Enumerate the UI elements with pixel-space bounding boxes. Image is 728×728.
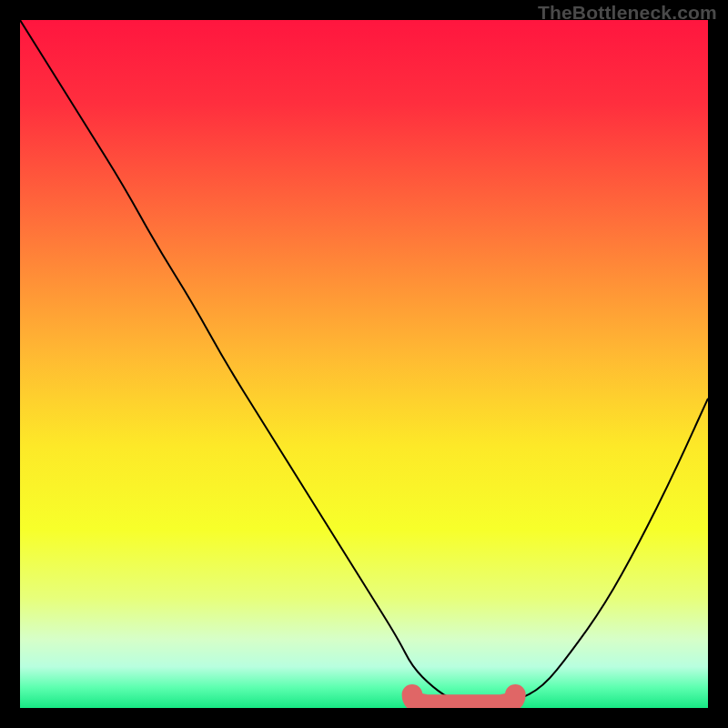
watermark-label: TheBottleneck.com xyxy=(538,2,717,24)
optimal-range-marker xyxy=(412,694,515,704)
chart-frame: TheBottleneck.com xyxy=(0,0,728,728)
gradient-background xyxy=(20,20,708,708)
bottleneck-chart xyxy=(20,20,708,708)
plot-area xyxy=(20,20,708,708)
